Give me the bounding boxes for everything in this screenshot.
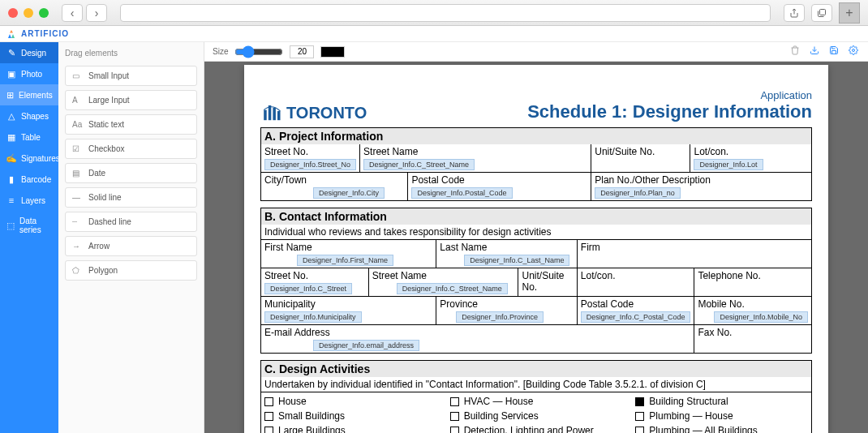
size-slider[interactable] <box>234 45 283 58</box>
svg-rect-5 <box>277 111 281 120</box>
element-static-text[interactable]: AaStatic text <box>65 114 197 135</box>
field-label: Lot/con. <box>581 270 691 281</box>
photo-icon: ▣ <box>6 69 16 79</box>
doc-title: Application Schedule 1: Designer Informa… <box>527 89 812 122</box>
shapes-icon: △ <box>6 111 16 121</box>
svg-rect-0 <box>820 9 826 15</box>
download-icon <box>810 45 819 55</box>
element-checkbox[interactable]: ☑Checkbox <box>65 139 197 159</box>
address-bar[interactable] <box>120 4 771 22</box>
field-tag-province[interactable]: Designer_Info.Province <box>456 311 544 323</box>
checkbox-label: Building Structural <box>649 396 728 407</box>
section-b-table: First NameDesigner_Info.First_Name Last … <box>260 240 812 354</box>
forward-button[interactable]: › <box>86 4 107 22</box>
nav-data-series[interactable]: ⬚Data series <box>0 211 58 240</box>
new-tab-button[interactable]: + <box>839 2 860 24</box>
nav-table-label: Table <box>21 133 41 142</box>
element-polygon[interactable]: ⬠Polygon <box>65 260 197 281</box>
field-label: Mobile No. <box>698 298 808 310</box>
checkbox-box <box>264 397 273 406</box>
checkbox-small-buildings[interactable]: Small Buildings <box>264 410 437 422</box>
field-tag-plan[interactable]: Designer_Info.Plan_no <box>595 187 681 199</box>
field-tag-city[interactable]: Designer_Info.City <box>313 187 385 199</box>
toronto-text: TORONTO <box>286 104 367 122</box>
minimize-window-button[interactable] <box>24 8 33 18</box>
nav-design[interactable]: ✎Design <box>0 42 58 63</box>
doc-title-big: Schedule 1: Designer Information <box>527 101 812 122</box>
svg-rect-4 <box>273 108 276 120</box>
gear-icon <box>849 45 858 55</box>
field-tag-lastname[interactable]: Designer_Info.C_Last_Name <box>464 255 569 266</box>
share-button[interactable] <box>784 4 805 22</box>
field-tag-postal-b[interactable]: Designer_Info.C_Postal_Code <box>581 311 691 323</box>
nav-table[interactable]: ▦Table <box>0 126 58 148</box>
element-large-input[interactable]: ALarge Input <box>65 90 197 110</box>
checkbox-large-buildings[interactable]: Large Buildings <box>264 425 437 433</box>
checkbox-label: Plumbing — House <box>649 410 733 422</box>
svg-rect-3 <box>269 105 272 120</box>
element-date[interactable]: ▤Date <box>65 163 197 183</box>
field-tag-mobile[interactable]: Designer_Info.Mobile_No <box>714 311 808 323</box>
checkbox-plumbing-house[interactable]: Plumbing — House <box>635 410 808 422</box>
delete-button[interactable] <box>789 45 801 58</box>
field-label: Unit/Suite No. <box>522 270 573 293</box>
checkbox-house[interactable]: House <box>264 396 437 407</box>
settings-button[interactable] <box>847 45 860 58</box>
canvas-scroll[interactable]: TORONTO Application Schedule 1: Designer… <box>204 62 868 433</box>
nav-barcode-label: Barcode <box>21 175 51 184</box>
nav-layers-label: Layers <box>21 196 45 205</box>
checkbox-hvac-house[interactable]: HVAC — House <box>450 396 623 407</box>
nav-photo-label: Photo <box>21 70 42 79</box>
section-c-sub: Undertaken by individual identified in "… <box>260 377 812 392</box>
section-a-header: A. Project Information <box>260 127 812 144</box>
left-nav: ✎Design ▣Photo ⊞Elements △Shapes ▦Table … <box>0 42 58 433</box>
nav-elements[interactable]: ⊞Elements <box>0 84 58 105</box>
checkbox-label: Building Services <box>464 410 539 422</box>
tabs-button[interactable] <box>811 4 832 22</box>
field-tag-street-name-b[interactable]: Designer_Info.C_Street_Name <box>397 283 508 294</box>
checkbox-plumbing-all[interactable]: Plumbing — All Buildings <box>635 425 808 433</box>
checkbox-building-services[interactable]: Building Services <box>450 410 623 422</box>
element-arrow[interactable]: →Arrow <box>65 236 197 256</box>
field-tag-municipality[interactable]: Designer_Info.Municipality <box>264 311 362 323</box>
field-tag-street-no[interactable]: Designer_Info.Street_No <box>264 159 356 170</box>
doc-header: TORONTO Application Schedule 1: Designer… <box>260 89 812 122</box>
nav-signatures[interactable]: ✍Signatures <box>0 148 58 169</box>
nav-elements-label: Elements <box>19 91 53 100</box>
field-tag-street-no-b[interactable]: Designer_Info.C_Street <box>264 283 352 294</box>
size-input[interactable] <box>290 45 314 58</box>
checkbox-box <box>450 412 459 421</box>
trash-icon <box>790 45 800 55</box>
field-label: Last Name <box>440 242 573 253</box>
share-icon <box>789 8 799 18</box>
checkbox-building-structural[interactable]: Building Structural <box>635 396 808 407</box>
field-tag-street-name[interactable]: Designer_Info.C_Street_Name <box>363 159 475 170</box>
field-tag-firstname[interactable]: Designer_Info.First_Name <box>297 255 393 266</box>
element-small-input[interactable]: ▭Small Input <box>65 66 197 86</box>
element-label: Polygon <box>88 266 118 275</box>
color-swatch[interactable] <box>320 46 345 58</box>
download-button[interactable] <box>808 45 821 58</box>
nav-shapes[interactable]: △Shapes <box>0 105 58 126</box>
close-window-button[interactable] <box>8 8 18 18</box>
nav-layers[interactable]: ≡Layers <box>0 190 58 211</box>
element-solid-line[interactable]: —Solid line <box>65 187 197 208</box>
field-tag-lot[interactable]: Designer_Info.Lot <box>694 159 763 170</box>
back-button[interactable]: ‹ <box>62 4 83 22</box>
field-tag-email[interactable]: Designer_Info.email_address <box>313 340 419 351</box>
element-dashed-line[interactable]: ┄Dashed line <box>65 212 197 232</box>
maximize-window-button[interactable] <box>39 8 49 18</box>
field-label: Street No. <box>264 270 365 281</box>
nav-barcode[interactable]: ▮Barcode <box>0 169 58 190</box>
checkbox-detection[interactable]: Detection, Lighting and Power <box>450 425 623 433</box>
save-button[interactable] <box>827 45 840 58</box>
checkbox-box <box>450 427 459 434</box>
document-page[interactable]: TORONTO Application Schedule 1: Designer… <box>244 65 828 433</box>
section-b-header: B. Contact Information <box>260 208 812 225</box>
field-label: Fax No. <box>698 327 808 338</box>
field-label: Unit/Suite No. <box>595 146 686 157</box>
field-tag-postal[interactable]: Designer_Info.Postal_Code <box>411 187 512 199</box>
design-icon: ✎ <box>6 48 16 58</box>
nav-photo[interactable]: ▣Photo <box>0 63 58 84</box>
small-input-icon: ▭ <box>72 71 82 80</box>
